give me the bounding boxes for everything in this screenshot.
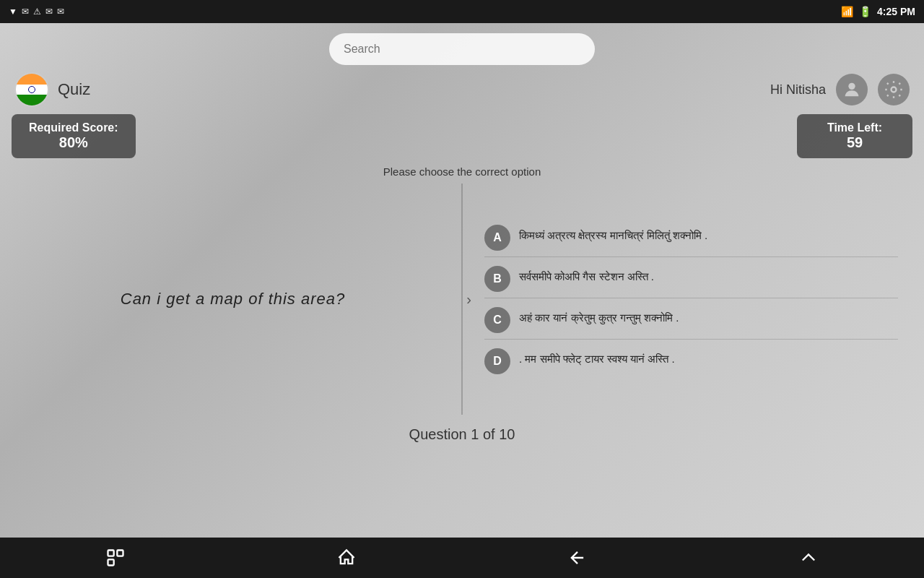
svg-point-0 (848, 83, 855, 90)
back-button[interactable] (560, 540, 595, 575)
option-text-a: किमध्यं अत्रत्य क्षेत्रस्य मानचित्रं मिल… (519, 225, 707, 244)
quiz-divider: › (461, 184, 463, 415)
option-text-b: सर्वसमीपे कोअपि गैस स्टेशन अस्ति . (519, 266, 654, 285)
app-header: Quiz Hi Nitisha (0, 72, 924, 114)
option-text-c: अहं कार यानं क्रेतुम् कुत्र गन्तुम् शक्न… (519, 307, 679, 327)
answer-option-a[interactable]: Aकिमध्यं अत्रत्य क्षेत्रस्य मानचित्रं मि… (484, 219, 898, 257)
question-text: Can i get a map of this area? (121, 290, 346, 309)
up-button[interactable] (791, 540, 826, 575)
svg-rect-4 (108, 559, 114, 565)
answers-side: Aकिमध्यं अत्रत्य क्षेत्रस्य मानचित्रं मि… (470, 184, 912, 415)
mail-icon1: ✉ (45, 7, 53, 17)
ashoka-chakra (28, 86, 35, 93)
app-title: Quiz (58, 80, 90, 99)
instruction-text: Please choose the correct option (12, 165, 912, 178)
email-icon: ✉ (22, 7, 29, 17)
flag-green (16, 95, 48, 105)
bottom-nav (0, 538, 924, 578)
option-label-d: D (484, 348, 510, 374)
score-timer-row: Required Score: 80% Time Left: 59 (12, 114, 912, 158)
question-counter: Question 1 of 10 (12, 426, 912, 443)
svg-rect-3 (117, 551, 123, 556)
home-button[interactable] (329, 540, 364, 575)
sim-icon: ▼ (9, 7, 17, 17)
answer-option-c[interactable]: Cअहं कार यानं क्रेतुम् कुत्र गन्तुम् शक्… (484, 301, 898, 340)
india-flag (14, 72, 49, 107)
user-avatar[interactable] (836, 74, 868, 105)
quiz-area: Can i get a map of this area? › Aकिमध्यं… (12, 184, 912, 415)
wifi-icon: 📶 (841, 6, 853, 17)
score-value: 80% (29, 134, 118, 151)
answer-option-d[interactable]: D. मम समीपे फ्लेट् टायर स्वश्य यानं अस्त… (484, 342, 898, 380)
settings-button[interactable] (878, 74, 910, 105)
timer-value: 59 (814, 134, 895, 151)
timer-box: Time Left: 59 (797, 114, 912, 158)
answer-option-b[interactable]: Bसर्वसमीपे कोअपि गैस स्टेशन अस्ति . (484, 260, 898, 298)
greeting-text: Hi Nitisha (770, 82, 826, 98)
question-side: Can i get a map of this area? (12, 184, 454, 415)
main-content: Required Score: 80% Time Left: 59 Please… (0, 114, 924, 449)
svg-rect-2 (108, 551, 114, 556)
option-label-b: B (484, 266, 510, 292)
time-display: 4:25 PM (877, 6, 915, 17)
battery-icon: 🔋 (859, 6, 871, 17)
flag-white (16, 85, 48, 95)
header-left: Quiz (14, 72, 90, 107)
svg-point-1 (892, 87, 897, 92)
mail-icon2: ✉ (57, 7, 64, 17)
option-label-c: C (484, 307, 510, 333)
flag-saffron (16, 74, 48, 85)
option-text-d: . मम समीपे फ्लेट् टायर स्वश्य यानं अस्ति… (519, 348, 675, 368)
timer-title: Time Left: (814, 121, 895, 134)
score-box: Required Score: 80% (12, 114, 136, 158)
status-right: 📶 🔋 4:25 PM (841, 6, 915, 17)
search-input[interactable] (329, 33, 595, 65)
status-bar: ▼ ✉ ⚠ ✉ ✉ 📶 🔋 4:25 PM (0, 0, 924, 23)
alert-icon: ⚠ (33, 7, 41, 17)
recents-button[interactable] (98, 540, 133, 575)
status-left-icons: ▼ ✉ ⚠ ✉ ✉ (9, 7, 64, 17)
header-right: Hi Nitisha (770, 74, 910, 105)
score-title: Required Score: (29, 121, 118, 134)
search-container (0, 23, 924, 72)
option-label-a: A (484, 225, 510, 251)
chevron-icon: › (466, 291, 471, 308)
